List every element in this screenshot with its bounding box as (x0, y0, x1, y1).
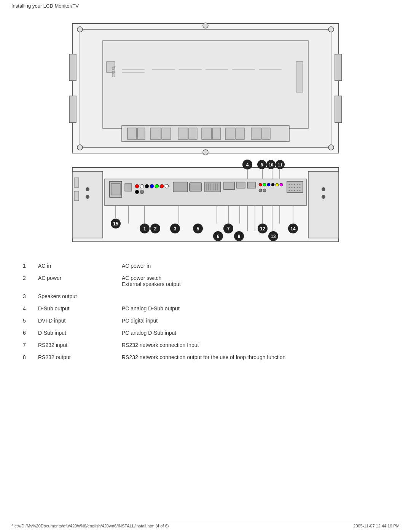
svg-point-54 (140, 184, 144, 188)
svg-text:6: 6 (217, 234, 220, 239)
svg-text:10: 10 (269, 163, 273, 167)
item-number: 2 (23, 272, 38, 290)
svg-text:13: 13 (271, 234, 276, 239)
page-footer: file:///D|/My%20Documents/dfu/420WN6/eng… (11, 521, 400, 528)
item-description: RS232 network connection Input (122, 339, 388, 351)
item-name: AC in (38, 260, 122, 272)
svg-rect-32 (189, 128, 197, 139)
svg-point-78 (276, 183, 279, 186)
svg-point-93 (289, 190, 290, 191)
svg-rect-29 (150, 128, 161, 139)
table-row: 1AC inAC power in (23, 260, 388, 272)
svg-rect-44 (74, 178, 79, 187)
svg-rect-35 (225, 128, 235, 139)
item-number: 8 (23, 351, 38, 363)
svg-point-85 (294, 184, 295, 185)
svg-text:4: 4 (246, 162, 249, 168)
table-row: 7RS232 inputRS232 network connection Inp… (23, 339, 388, 351)
svg-rect-25 (296, 62, 303, 92)
svg-text:3: 3 (174, 226, 177, 232)
svg-point-80 (259, 189, 262, 192)
svg-point-95 (294, 190, 295, 191)
svg-rect-27 (127, 128, 137, 139)
svg-rect-51 (111, 184, 120, 195)
item-name: D-Sub output (38, 302, 122, 315)
svg-text:15: 15 (113, 221, 118, 227)
item-description: PC analog D-Sub input (122, 327, 388, 339)
svg-point-61 (140, 190, 144, 194)
svg-rect-52 (125, 184, 132, 191)
svg-text:2: 2 (154, 226, 157, 232)
table-row: 5DVI-D inputPC digital input (23, 315, 388, 327)
svg-text:RS: RS (112, 75, 115, 77)
svg-point-3 (77, 27, 83, 32)
svg-point-6 (328, 145, 334, 150)
page-header: Installing your LCD Monitor/TV (0, 0, 411, 12)
svg-rect-64 (205, 182, 221, 192)
svg-point-91 (297, 187, 298, 188)
svg-rect-31 (178, 128, 188, 139)
svg-rect-9 (69, 96, 76, 123)
item-number: 5 (23, 315, 38, 327)
svg-rect-72 (237, 182, 245, 188)
svg-rect-46 (308, 171, 339, 238)
table-row: 4D-Sub outputPC analog D-Sub output (23, 302, 388, 315)
svg-point-42 (86, 187, 89, 191)
svg-text:5: 5 (197, 226, 199, 232)
svg-point-88 (289, 187, 290, 188)
svg-point-81 (263, 189, 266, 192)
item-number: 3 (23, 290, 38, 302)
item-description: PC digital input (122, 315, 388, 327)
svg-rect-71 (224, 182, 234, 190)
item-name: AC power (38, 272, 122, 290)
lcd-diagram: AC DC DV DV RS (61, 20, 350, 248)
svg-point-92 (299, 187, 301, 188)
svg-point-7 (203, 23, 208, 28)
diagram-container: AC DC DV DV RS (23, 20, 388, 248)
svg-point-97 (299, 190, 301, 191)
svg-text:8: 8 (261, 163, 263, 167)
svg-point-60 (135, 190, 139, 194)
footer-datetime: 2005-11-07 12:44:16 PM (353, 524, 400, 528)
item-name: RS232 output (38, 351, 122, 363)
svg-rect-28 (137, 128, 145, 139)
svg-point-87 (299, 184, 301, 185)
item-name: Speakers output (38, 290, 122, 302)
svg-text:7: 7 (227, 226, 230, 232)
item-name: RS232 input (38, 339, 122, 351)
item-description: PC analog D-Sub output (122, 302, 388, 315)
svg-point-59 (165, 184, 169, 188)
svg-point-56 (150, 184, 154, 188)
svg-rect-38 (262, 128, 270, 139)
svg-rect-36 (236, 128, 244, 139)
svg-rect-37 (251, 128, 261, 139)
svg-point-57 (155, 184, 159, 188)
svg-rect-33 (202, 128, 212, 139)
svg-text:1: 1 (143, 226, 146, 232)
svg-point-75 (263, 183, 266, 186)
table-row: 6D-Sub inputPC analog D-Sub input (23, 327, 388, 339)
svg-rect-45 (74, 191, 79, 201)
svg-point-83 (289, 184, 290, 185)
svg-point-53 (135, 184, 139, 188)
svg-point-77 (271, 183, 274, 186)
svg-text:9: 9 (238, 234, 241, 239)
table-row: 3Speakers output (23, 290, 388, 302)
items-table: 1AC inAC power in2AC powerAC power switc… (23, 260, 388, 363)
svg-text:11: 11 (278, 163, 282, 167)
svg-rect-10 (335, 54, 342, 81)
svg-rect-30 (162, 128, 171, 139)
svg-point-43 (86, 195, 89, 199)
svg-point-5 (77, 145, 83, 150)
svg-point-96 (297, 190, 298, 191)
item-description (122, 290, 388, 302)
main-content: AC DC DV DV RS (0, 12, 411, 379)
footer-path: file:///D|/My%20Documents/dfu/420WN6/eng… (11, 524, 169, 528)
svg-point-74 (259, 183, 262, 186)
item-description: AC power in (122, 260, 388, 272)
table-row: 2AC powerAC power switchExternal speaker… (23, 272, 388, 290)
svg-point-89 (292, 187, 293, 188)
svg-point-84 (292, 184, 293, 185)
svg-rect-8 (69, 54, 76, 81)
svg-rect-2 (103, 41, 308, 128)
